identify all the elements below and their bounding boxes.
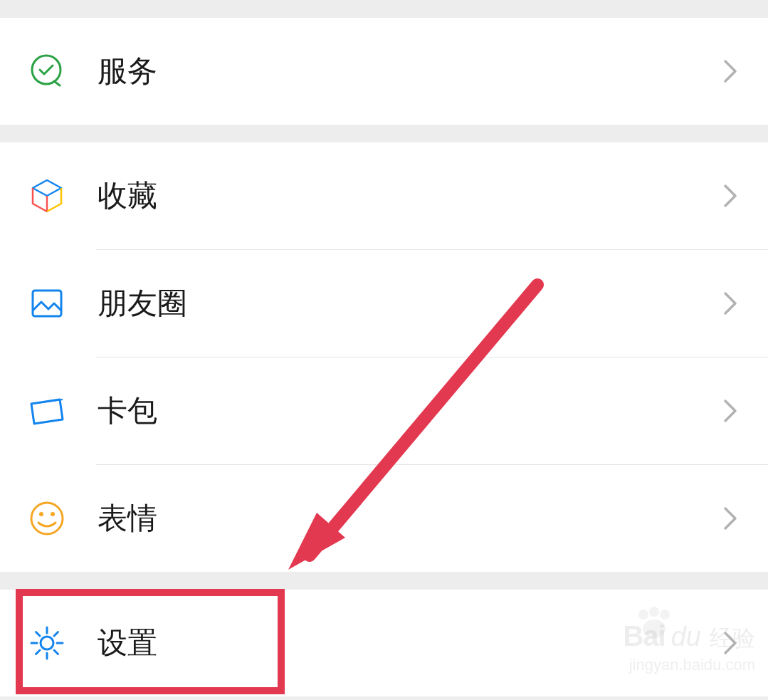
- svg-point-10: [649, 607, 659, 617]
- menu-item-stickers[interactable]: 表情: [0, 465, 768, 572]
- service-icon: [28, 53, 65, 90]
- card-icon: [28, 392, 65, 429]
- svg-point-2: [31, 503, 63, 534]
- svg-point-5: [41, 637, 53, 649]
- menu-item-cards[interactable]: 卡包: [0, 357, 768, 464]
- watermark-paw-icon: [633, 606, 675, 642]
- menu-section: 服务: [0, 18, 768, 125]
- moments-icon: [28, 285, 65, 322]
- svg-rect-1: [33, 291, 61, 316]
- menu-label: 表情: [98, 498, 722, 538]
- chevron-right-icon: [722, 504, 740, 533]
- svg-point-3: [39, 512, 43, 516]
- menu-item-favorites[interactable]: 收藏: [0, 142, 768, 249]
- chevron-right-icon: [722, 397, 740, 425]
- menu-item-services[interactable]: 服务: [0, 18, 768, 125]
- chevron-right-icon: [722, 289, 740, 318]
- gear-icon: [28, 625, 65, 662]
- menu-item-moments[interactable]: 朋友圈: [0, 250, 768, 357]
- chevron-right-icon: [722, 57, 740, 85]
- cube-icon: [28, 177, 65, 214]
- menu-section: 收藏 朋友圈 卡包: [0, 142, 768, 572]
- menu-label: 卡包: [98, 391, 722, 431]
- menu-label: 设置: [98, 623, 722, 663]
- menu-label: 朋友圈: [98, 283, 722, 323]
- svg-point-4: [51, 512, 55, 516]
- chevron-right-icon: [722, 182, 740, 210]
- svg-point-12: [643, 620, 666, 638]
- svg-point-9: [638, 610, 648, 620]
- svg-point-11: [660, 610, 670, 620]
- menu-label: 收藏: [98, 176, 722, 216]
- emoji-icon: [28, 500, 65, 537]
- menu-label: 服务: [98, 51, 722, 91]
- svg-point-0: [32, 56, 61, 84]
- chevron-right-icon: [722, 629, 740, 657]
